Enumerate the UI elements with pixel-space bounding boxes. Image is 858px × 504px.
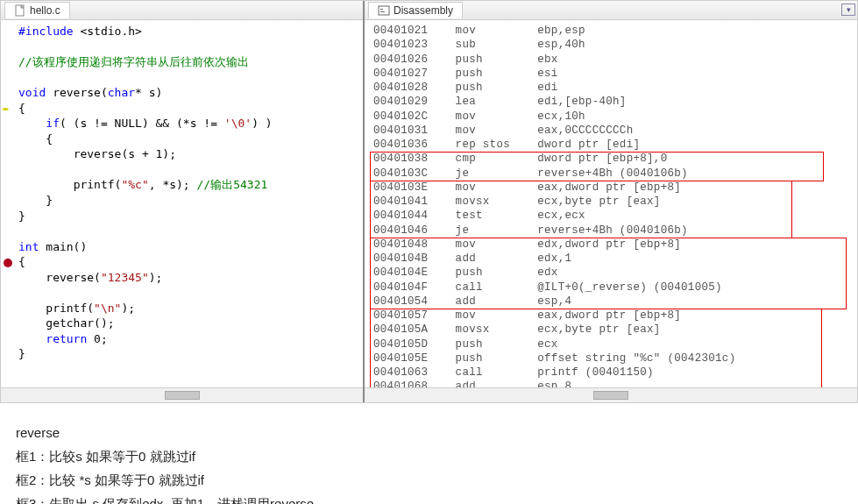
disasm-line[interactable]: 00401044 test ecx,ecx xyxy=(373,209,852,223)
tab-disassembly[interactable]: Disassembly xyxy=(368,2,463,18)
disassembly-view[interactable]: 00401021 mov ebp,esp00401023 sub esp,40h… xyxy=(365,20,857,387)
disasm-line[interactable]: 00401029 lea edi,[ebp-40h] xyxy=(373,95,852,109)
window-button-icon[interactable]: ▾ xyxy=(841,4,855,16)
code-line: } xyxy=(18,346,363,362)
code-line: return 0; xyxy=(18,331,363,347)
disasm-line[interactable]: 0040105A movsx ecx,byte ptr [eax] xyxy=(373,323,852,337)
disasm-line[interactable]: 0040104E push edx xyxy=(373,266,852,280)
code-line: { xyxy=(18,131,363,147)
code-line: //该程序使用递归将字符串从后往前依次输出 xyxy=(18,54,363,70)
code-line: { xyxy=(18,101,363,117)
disasm-line[interactable]: 00401057 mov eax,dword ptr [ebp+8] xyxy=(373,309,852,323)
disasm-line[interactable]: 0040105E push offset string "%c" (004230… xyxy=(373,351,852,366)
disasm-line[interactable]: 00401048 mov edx,dword ptr [ebp+8] xyxy=(373,238,852,252)
tab-label: Disassembly xyxy=(394,4,453,17)
code-line: } xyxy=(18,209,363,224)
svg-rect-2 xyxy=(380,9,383,10)
tab-label: hello.c xyxy=(30,4,60,17)
disasm-line[interactable]: 0040103C je reverse+4Bh (0040106b) xyxy=(373,167,852,181)
annotation-notes: reverse 框1：比较s 如果等于0 就跳过if 框2：比较 *s 如果等于… xyxy=(0,403,858,504)
notes-line: 框2：比较 *s 如果等于0 就跳过if xyxy=(16,468,842,492)
right-tab-bar: Disassembly ▾ xyxy=(365,1,857,20)
scroll-thumb[interactable] xyxy=(593,391,628,400)
file-icon xyxy=(14,4,26,17)
disasm-line[interactable]: 00401041 movsx ecx,byte ptr [eax] xyxy=(373,195,852,209)
disasm-line[interactable]: 0040104B add edx,1 xyxy=(373,252,852,266)
scroll-thumb[interactable] xyxy=(165,391,200,400)
code-line: printf("%c", *s); //输出54321 xyxy=(18,177,363,193)
disasm-line[interactable]: 00401036 rep stos dword ptr [edi] xyxy=(373,138,852,152)
disasm-line[interactable]: 00401046 je reverse+4Bh (0040106b) xyxy=(373,224,852,238)
disasm-icon xyxy=(378,4,390,17)
disasm-line[interactable]: 0040105D push ecx xyxy=(373,337,852,351)
code-line: reverse("12345"); xyxy=(18,270,363,286)
disasm-line[interactable]: 00401068 add esp,8 xyxy=(373,380,852,387)
disasm-line[interactable]: 0040104F call @ILT+0(_reverse) (00401005… xyxy=(373,280,852,295)
disasm-line[interactable]: 0040102C mov ecx,10h xyxy=(373,110,852,124)
code-line: printf("\n"); xyxy=(18,301,363,316)
ide-container: hello.c #include <stdio.h> //该程序使用递归将字符串… xyxy=(0,0,858,403)
notes-title: reverse xyxy=(16,421,842,444)
disasm-line[interactable]: 00401038 cmp dword ptr [ebp+8],0 xyxy=(373,152,852,166)
disassembly-panel: Disassembly ▾ 00401021 mov ebp,esp004010… xyxy=(365,1,857,402)
h-scrollbar[interactable] xyxy=(365,387,857,402)
notes-line: 框3：先取出 s 保存到edx, 再加1，进栈调用reverse xyxy=(16,492,842,504)
code-line: { xyxy=(18,254,363,270)
notes-line: 框1：比较s 如果等于0 就跳过if xyxy=(16,444,842,468)
svg-rect-1 xyxy=(379,6,389,15)
disasm-line[interactable]: 00401027 push esi xyxy=(373,67,852,81)
breakpoint-icon[interactable] xyxy=(4,259,12,267)
current-line-arrow-icon xyxy=(3,102,10,117)
h-scrollbar[interactable] xyxy=(1,387,363,402)
tab-hello-c[interactable]: hello.c xyxy=(4,2,70,18)
disasm-line[interactable]: 00401028 push edi xyxy=(373,81,852,95)
svg-rect-3 xyxy=(380,11,385,12)
disasm-line[interactable]: 00401054 add esp,4 xyxy=(373,295,852,309)
left-tab-bar: hello.c xyxy=(1,1,363,20)
disasm-line[interactable]: 00401023 sub esp,40h xyxy=(373,38,852,52)
disasm-line[interactable]: 00401026 push ebx xyxy=(373,53,852,67)
disasm-line[interactable]: 0040103E mov eax,dword ptr [ebp+8] xyxy=(373,181,852,195)
code-line: getchar(); xyxy=(18,316,363,331)
code-line: void reverse(char* s) xyxy=(18,85,363,101)
code-line: reverse(s + 1); xyxy=(18,146,363,162)
code-line: int main() xyxy=(18,239,363,255)
code-line: #include <stdio.h> xyxy=(18,24,363,39)
code-line: if( (s != NULL) && (*s != '\0') ) xyxy=(18,116,363,131)
disasm-line[interactable]: 00401063 call printf (00401150) xyxy=(373,366,852,380)
code-editor[interactable]: #include <stdio.h> //该程序使用递归将字符串从后往前依次输出… xyxy=(1,20,363,387)
code-line: } xyxy=(18,193,363,209)
disasm-line[interactable]: 00401021 mov ebp,esp xyxy=(373,24,852,38)
disasm-line[interactable]: 00401031 mov eax,0CCCCCCCCh xyxy=(373,124,852,138)
source-panel: hello.c #include <stdio.h> //该程序使用递归将字符串… xyxy=(1,1,365,402)
